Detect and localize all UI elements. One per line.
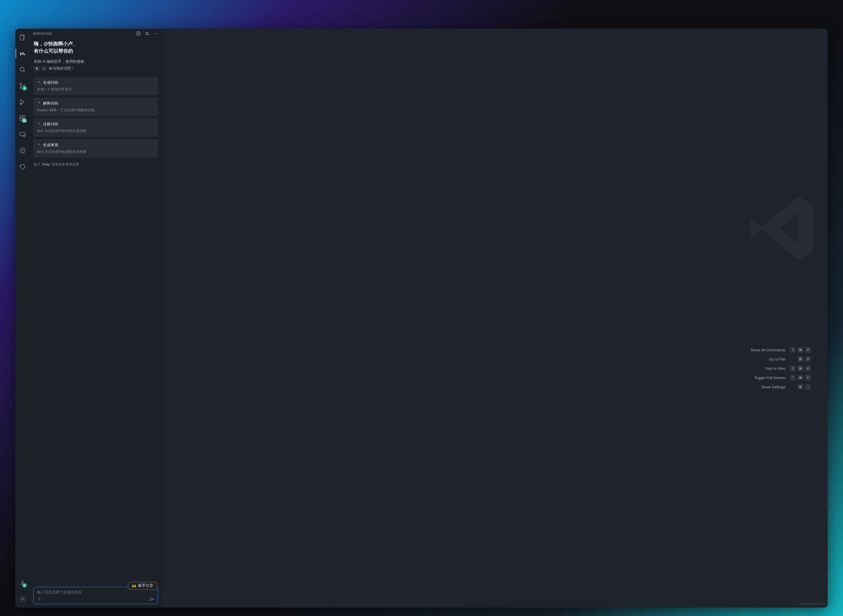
panel-actions	[136, 31, 158, 36]
card-title: 生成单测	[43, 142, 58, 148]
key: ⌘	[798, 347, 803, 353]
kbd-cmd: ⌘	[34, 66, 40, 71]
key: F	[805, 365, 811, 371]
scm-badge: 4	[22, 87, 27, 91]
svg-point-25	[155, 33, 156, 34]
card-desc: /test 为这段选中的函数生成单测	[37, 150, 154, 154]
svg-point-23	[147, 34, 148, 35]
app-window: 4 38 1	[15, 29, 828, 608]
shortcut-keys: ⌃⌘F	[790, 375, 811, 380]
svg-point-26	[157, 33, 157, 34]
spark-icon	[37, 80, 41, 85]
key: ⌘	[798, 375, 803, 380]
send-icon[interactable]	[150, 597, 154, 601]
editor-area: Show All Commands⇧⌘PGo to File⌘PFind in …	[161, 29, 828, 608]
chat-bottom-row	[37, 597, 154, 601]
key: ⌘	[798, 356, 803, 362]
help-hint: 输入 '/help' 查看更多使用说明	[30, 158, 161, 170]
svg-point-16	[22, 598, 23, 600]
shortcut-keys: ⌘P	[798, 356, 811, 362]
card-desc: 生成一个冒泡排序算法	[37, 87, 154, 92]
svg-point-21	[146, 32, 147, 33]
svg-point-4	[20, 83, 21, 85]
key: ⇧	[790, 365, 796, 371]
search-icon[interactable]	[17, 64, 28, 75]
svg-point-24	[154, 33, 155, 34]
svg-point-7	[20, 103, 21, 104]
remote-icon[interactable]	[17, 129, 28, 140]
shortcut-list: Show All Commands⇧⌘PGo to File⌘PFind in …	[751, 347, 811, 390]
kbd-u: U	[42, 66, 47, 71]
svg-rect-1	[20, 35, 23, 40]
shortcut-label: Go to File	[769, 357, 785, 361]
card-desc: /explain 解释一下当前选中函数的功能	[37, 108, 154, 113]
chat-input-area: 🙌 新手引导	[30, 587, 161, 608]
card-desc: /doc 为当前选中的代码生成注释	[37, 129, 154, 133]
spark-icon	[37, 122, 41, 127]
svg-point-5	[20, 87, 21, 89]
new-chat-icon[interactable]	[136, 31, 141, 36]
panel-title: MARSCODE	[33, 32, 53, 35]
card-title: 解释代码	[43, 101, 58, 106]
accounts-icon[interactable]: 1	[17, 577, 28, 588]
watermark: @稀土掘金技术社区	[799, 602, 826, 606]
timer-icon[interactable]	[17, 145, 28, 156]
panel-header: MARSCODE	[30, 29, 161, 39]
svg-rect-8	[20, 116, 22, 118]
shortcut-hint: ⌘ U 来与我对话吧！	[34, 66, 157, 71]
svg-rect-12	[20, 132, 25, 136]
history-icon[interactable]	[17, 161, 28, 173]
source-control-icon[interactable]: 4	[17, 80, 28, 92]
vscode-logo-icon	[744, 191, 819, 266]
filter-settings-icon[interactable]	[145, 31, 150, 36]
key: ⇧	[790, 347, 796, 353]
shortcut-label: Show Settings	[761, 385, 785, 389]
chat-input[interactable]	[37, 590, 154, 594]
extensions-icon[interactable]: 38	[17, 112, 28, 124]
svg-rect-11	[23, 116, 25, 118]
greeting-line1: 嗨，@快跑啊小卢_	[34, 40, 157, 48]
suggestion-card[interactable]: 解释代码/explain 解释一下当前选中函数的功能	[33, 98, 158, 116]
greeting-sub: 你的 AI 编程助手，使用快捷键	[34, 59, 157, 65]
key: F	[805, 375, 811, 380]
newbie-guide-button[interactable]: 🙌 新手引导	[128, 582, 157, 590]
ext-badge: 38	[22, 119, 26, 123]
accounts-badge: 1	[22, 583, 27, 587]
explorer-icon[interactable]	[17, 31, 28, 43]
marscode-panel: MARSCODE 嗨，@快跑啊小卢_ 有什么可以帮你的 你的 AI 编程助手，使…	[30, 29, 161, 608]
key: P	[805, 356, 811, 362]
marscode-icon[interactable]	[17, 48, 28, 59]
greeting-line2: 有什么可以帮你的	[34, 48, 157, 55]
suggestion-cards: 生成代码生成一个冒泡排序算法解释代码/explain 解释一下当前选中函数的功能…	[30, 71, 161, 158]
key: ⌘	[798, 384, 803, 390]
spark-icon[interactable]	[37, 597, 41, 601]
shortcut-label: Toggle Full Screen	[754, 375, 786, 380]
run-debug-icon[interactable]	[17, 96, 28, 108]
greeting: 嗨，@快跑啊小卢_ 有什么可以帮你的 你的 AI 编程助手，使用快捷键 ⌘ U …	[30, 39, 161, 71]
suggestion-card[interactable]: 生成代码生成一个冒泡排序算法	[33, 77, 158, 95]
key: ⌘	[798, 365, 803, 371]
guide-emoji-icon: 🙌	[132, 584, 136, 588]
greeting-sub-post: 来与我对话吧！	[48, 66, 75, 71]
more-icon[interactable]	[153, 31, 158, 36]
activity-bar-bottom: 1	[15, 577, 30, 605]
guide-label: 新手引导	[138, 583, 153, 588]
key: ,	[805, 384, 811, 390]
suggestion-card[interactable]: 注释代码/doc 为当前选中的代码生成注释	[33, 119, 158, 137]
suggestion-card[interactable]: 生成单测/test 为这段选中的函数生成单测	[33, 139, 158, 157]
card-title: 生成代码	[43, 80, 58, 85]
settings-gear-icon[interactable]	[17, 593, 28, 605]
spark-icon	[37, 143, 41, 148]
card-title: 注释代码	[43, 122, 58, 127]
shortcut-keys: ⇧⌘F	[790, 365, 811, 371]
svg-point-2	[20, 67, 24, 71]
activity-bar: 4 38 1	[15, 29, 30, 608]
shortcut-label: Find in Files	[765, 367, 785, 371]
shortcut-keys: ⌘,	[798, 384, 811, 390]
activity-bar-top: 4 38	[15, 31, 30, 173]
key: ⌃	[790, 375, 796, 380]
shortcut-keys: ⇧⌘P	[790, 347, 811, 353]
svg-line-3	[23, 70, 25, 72]
svg-point-15	[21, 581, 23, 583]
key: P	[805, 347, 811, 353]
